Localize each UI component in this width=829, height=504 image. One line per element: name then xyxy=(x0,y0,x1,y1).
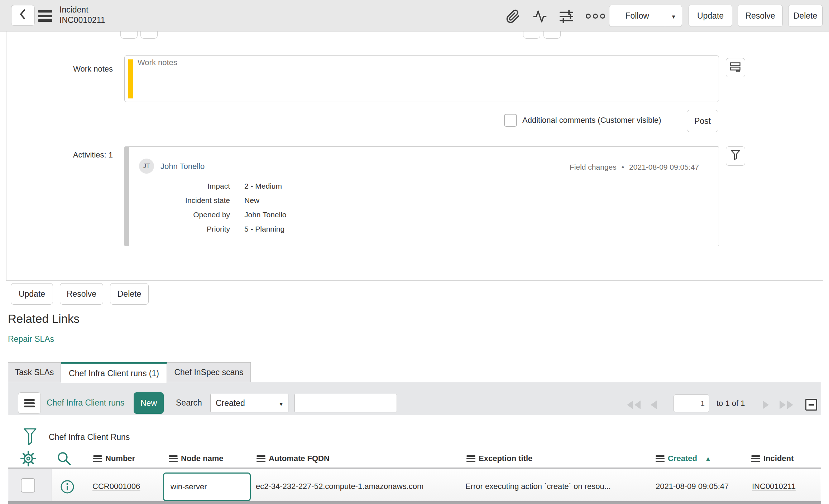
activity-timestamp: 2021-08-09 09:05:47 xyxy=(629,163,699,171)
follow-button[interactable]: Follow xyxy=(609,5,682,27)
record-type: Incident xyxy=(59,5,105,15)
follow-dropdown[interactable] xyxy=(665,5,682,27)
search-field-select[interactable]: Created xyxy=(210,394,288,412)
back-button[interactable] xyxy=(11,5,35,26)
last-page-button[interactable] xyxy=(778,400,795,410)
work-notes-label: Work notes xyxy=(32,64,113,74)
pagination-range: to 1 of 1 xyxy=(717,399,745,408)
list-filter-icon[interactable] xyxy=(24,428,37,448)
field-label: Incident state xyxy=(133,196,230,205)
page-number-input[interactable] xyxy=(674,394,709,412)
repair-slas-link[interactable]: Repair SLAs xyxy=(8,334,54,344)
clipped-button[interactable] xyxy=(523,32,540,39)
column-menu-icon xyxy=(751,455,760,462)
first-page-button[interactable] xyxy=(626,400,642,410)
column-search-icon[interactable] xyxy=(57,451,72,467)
list-title: Chef Infra Client Runs xyxy=(49,432,130,442)
post-button[interactable]: Post xyxy=(687,110,718,132)
info-icon[interactable] xyxy=(60,480,75,495)
related-links-title: Related Links xyxy=(8,312,80,326)
activity-filter-button[interactable] xyxy=(726,146,745,166)
activity-type: Field changes xyxy=(570,163,617,171)
activity-author: John Tonello xyxy=(160,162,205,171)
row-automate-fqdn: ec2-34-232-227-52.compute-1.amazonaws.co… xyxy=(256,482,423,491)
field-value: John Tonello xyxy=(244,210,287,219)
work-notes-accent-bar xyxy=(128,59,133,98)
list-breadcrumb-link[interactable]: Chef Infra Client runs xyxy=(47,398,124,408)
list-menu-button[interactable] xyxy=(18,392,41,414)
menu-icon[interactable] xyxy=(38,10,52,22)
column-header-exception-title[interactable]: Exception title xyxy=(466,454,532,463)
list-search-input[interactable] xyxy=(294,394,397,412)
avatar: JT xyxy=(139,159,154,174)
field-value: New xyxy=(244,196,287,205)
activities-label: Activities: 1 xyxy=(32,150,113,160)
clipped-button[interactable] xyxy=(140,32,158,39)
list-bottom-edge xyxy=(8,501,821,504)
clipped-button[interactable] xyxy=(120,32,138,39)
funnel-icon xyxy=(731,150,740,162)
previous-page-button[interactable] xyxy=(649,400,658,410)
column-menu-icon xyxy=(169,455,178,462)
column-menu-icon xyxy=(257,455,265,462)
delete-button[interactable]: Delete xyxy=(110,283,149,305)
new-record-button[interactable]: New xyxy=(134,392,164,414)
chevron-down-icon xyxy=(671,11,676,21)
gear-icon[interactable] xyxy=(20,450,37,468)
row-number-link[interactable]: CCR0001006 xyxy=(92,482,140,491)
toggle-activity-stream-button[interactable] xyxy=(726,58,745,77)
row-incident-link[interactable]: INC0010211 xyxy=(752,482,796,491)
follow-label: Follow xyxy=(609,11,665,21)
collapse-list-icon[interactable] xyxy=(805,399,817,411)
personalize-form-icon[interactable] xyxy=(559,9,574,24)
column-header-automate-fqdn[interactable]: Automate FQDN xyxy=(257,454,330,463)
field-value: 2 - Medium xyxy=(244,182,287,190)
update-button[interactable]: Update xyxy=(11,283,53,305)
back-icon xyxy=(18,9,28,22)
menu-icon xyxy=(24,399,35,407)
search-field-selected: Created xyxy=(216,398,245,408)
work-notes-field xyxy=(124,55,719,102)
header-delete-button[interactable]: Delete xyxy=(788,5,823,27)
column-menu-icon xyxy=(93,455,102,462)
column-header-created[interactable]: Created xyxy=(656,454,711,463)
column-menu-icon xyxy=(466,455,475,462)
additional-comments-checkbox[interactable] xyxy=(504,114,517,127)
header-update-button[interactable]: Update xyxy=(689,5,732,27)
column-header-incident[interactable]: Incident xyxy=(751,454,794,463)
record-number: INC0010211 xyxy=(59,15,105,25)
tab-chef-inspec-scans[interactable]: Chef InSpec scans xyxy=(167,362,251,382)
incident-page: Incident INC0010211 Follow Update Resolv… xyxy=(0,0,829,504)
tab-task-slas[interactable]: Task SLAs xyxy=(8,362,61,382)
chevron-down-icon xyxy=(278,398,284,408)
row-checkbox[interactable] xyxy=(21,478,35,493)
attachment-icon[interactable] xyxy=(506,9,520,24)
row-node-name-cell[interactable]: win-server xyxy=(163,472,251,501)
page-title: Incident INC0010211 xyxy=(59,5,105,25)
field-label: Priority xyxy=(133,225,230,233)
field-label: Impact xyxy=(133,182,230,190)
column-header-number[interactable]: Number xyxy=(93,454,135,463)
sort-ascending-icon xyxy=(700,454,711,463)
work-notes-input[interactable] xyxy=(138,58,714,100)
activity-field-changes: Impact 2 - Medium Incident state New Ope… xyxy=(133,182,287,233)
next-page-button[interactable] xyxy=(762,400,770,410)
tab-chef-infra-client-runs[interactable]: Chef Infra Client runs (1) xyxy=(61,362,167,383)
clipped-button[interactable] xyxy=(543,32,561,39)
header-resolve-button[interactable]: Resolve xyxy=(738,5,783,27)
search-label: Search xyxy=(176,398,202,408)
additional-comments-label: Additional comments (Customer visible) xyxy=(522,116,661,125)
activity-meta: Field changes•2021-08-09 09:05:47 xyxy=(570,163,699,171)
stream-rows-icon xyxy=(730,62,741,73)
field-label: Opened by xyxy=(133,210,230,219)
resolve-button[interactable]: Resolve xyxy=(60,283,103,305)
row-exception-title: Error executing action `create` on resou… xyxy=(465,482,611,491)
more-options-icon[interactable] xyxy=(585,13,606,19)
meta-separator: • xyxy=(622,163,624,171)
column-menu-icon xyxy=(656,455,665,462)
field-value: 5 - Planning xyxy=(244,225,287,233)
activity-stream-icon[interactable] xyxy=(532,9,547,24)
row-created: 2021-08-09 09:05:47 xyxy=(656,482,729,491)
column-header-node-name[interactable]: Node name xyxy=(169,454,224,463)
